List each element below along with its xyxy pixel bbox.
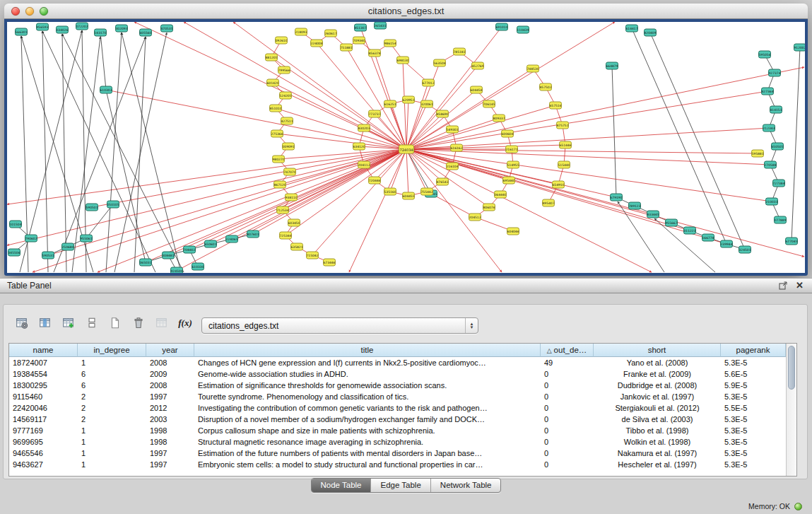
close-window-button[interactable] bbox=[11, 7, 20, 16]
cell-pagerank[interactable]: 5.3E-5 bbox=[721, 425, 786, 436]
cell-in-degree[interactable]: 2 bbox=[78, 402, 146, 414]
network-node[interactable]: 23084810 bbox=[162, 252, 175, 259]
network-node[interactable]: 16549103 bbox=[552, 181, 565, 189]
network-node[interactable]: 16055607 bbox=[139, 29, 152, 37]
network-node[interactable]: 26506014 bbox=[204, 240, 217, 248]
cell-out-de-[interactable]: 0 bbox=[541, 436, 594, 448]
cell-out-de-[interactable]: 0 bbox=[541, 414, 594, 425]
network-node[interactable]: 18204098 bbox=[644, 29, 657, 37]
network-node[interactable]: 19245001 bbox=[170, 267, 183, 274]
network-node[interactable]: 19381104 bbox=[285, 194, 298, 201]
network-node[interactable]: 19565934 bbox=[36, 23, 49, 31]
network-node[interactable]: 17150423 bbox=[306, 252, 319, 259]
network-node[interactable]: 18671207 bbox=[273, 181, 286, 189]
cell-short[interactable]: Dudbridge et al. (2008) bbox=[594, 380, 721, 391]
new-table-icon[interactable] bbox=[105, 313, 126, 333]
cell-title[interactable]: Embryonic stem cells: a model to study s… bbox=[194, 459, 541, 470]
table-row[interactable]: 1830029562008Estimation of significance … bbox=[9, 380, 796, 391]
network-node[interactable]: 16209513 bbox=[402, 96, 415, 104]
network-node[interactable]: 15958812 bbox=[751, 150, 764, 158]
cell-in-degree[interactable]: 6 bbox=[78, 380, 146, 391]
cell-title[interactable]: Disruption of a novel member of a sodium… bbox=[194, 414, 541, 425]
network-node[interactable]: 16505050 bbox=[771, 143, 784, 151]
cell-short[interactable]: Jankovic et al. (1997) bbox=[594, 391, 721, 402]
cell-year[interactable]: 1997 bbox=[146, 459, 194, 470]
delete-table-icon[interactable] bbox=[128, 313, 149, 333]
network-node[interactable]: 17554421 bbox=[420, 188, 433, 196]
network-node[interactable]: 22041125 bbox=[358, 161, 370, 169]
cell-title[interactable]: Tourette syndrome. Phenomenology and cla… bbox=[194, 391, 541, 402]
close-panel-icon[interactable]: ✕ bbox=[796, 281, 804, 291]
network-node[interactable]: 22606171 bbox=[324, 30, 337, 37]
network-node[interactable]: 20112233 bbox=[683, 227, 696, 235]
cell-year[interactable]: 2012 bbox=[146, 402, 194, 414]
cell-out-de-[interactable]: 0 bbox=[541, 391, 594, 402]
network-node[interactable]: 17470707 bbox=[283, 168, 296, 176]
cell-out-de-[interactable]: 0 bbox=[541, 459, 594, 470]
scrollbar-thumb[interactable] bbox=[788, 346, 795, 390]
network-node[interactable]: 22399440 bbox=[720, 240, 733, 248]
network-node[interactable]: 18093377 bbox=[493, 115, 505, 122]
network-node[interactable]: 23245012 bbox=[739, 246, 751, 254]
network-node[interactable]: 17995661 bbox=[278, 66, 290, 74]
cell-in-degree[interactable]: 6 bbox=[78, 368, 146, 380]
cell-in-degree[interactable]: 1 bbox=[78, 357, 146, 368]
cell-name[interactable]: 22420046 bbox=[9, 402, 78, 414]
network-node[interactable]: 23455060 bbox=[8, 249, 20, 257]
network-node[interactable]: 26103030 bbox=[100, 86, 112, 94]
network-node[interactable]: 15635082 bbox=[433, 59, 446, 67]
network-node[interactable]: 22180934 bbox=[295, 28, 307, 36]
network-hub-node[interactable]: 17240340 bbox=[399, 145, 414, 154]
network-node[interactable]: 18575025 bbox=[539, 83, 552, 91]
network-node[interactable]: 12100334 bbox=[765, 198, 778, 206]
table-row[interactable]: 2242004622012Investigating the contribut… bbox=[9, 402, 796, 414]
cell-out-de-[interactable]: 49 bbox=[541, 357, 594, 368]
network-node[interactable]: 16791900 bbox=[610, 194, 623, 201]
cell-name[interactable]: 19384554 bbox=[9, 368, 78, 380]
network-node[interactable]: 16006041 bbox=[501, 130, 514, 138]
cell-name[interactable]: 9465546 bbox=[9, 448, 78, 459]
network-node[interactable]: 16341203 bbox=[353, 143, 365, 151]
window-titlebar[interactable]: citations_edges.txt bbox=[4, 4, 808, 19]
network-node[interactable]: 16910105 bbox=[495, 23, 508, 31]
cell-pagerank[interactable]: 5.3E-5 bbox=[721, 414, 786, 425]
network-node[interactable]: 20501051 bbox=[107, 201, 119, 209]
row-tools-icon[interactable] bbox=[81, 313, 102, 333]
cell-name[interactable]: 9115460 bbox=[9, 391, 78, 402]
cell-in-degree[interactable]: 1 bbox=[78, 436, 146, 448]
cell-pagerank[interactable]: 5.3E-5 bbox=[721, 448, 786, 459]
memory-indicator[interactable] bbox=[794, 503, 802, 510]
cell-name[interactable]: 18724007 bbox=[9, 357, 78, 368]
network-node[interactable]: 16770451 bbox=[785, 238, 798, 245]
network-node[interactable]: 12753660 bbox=[271, 130, 283, 138]
network-node[interactable]: 23020937 bbox=[115, 25, 128, 33]
tab-node-table[interactable]: Node Table bbox=[312, 479, 371, 492]
network-node[interactable]: 10778899 bbox=[774, 216, 787, 224]
network-node[interactable]: 11015042 bbox=[9, 221, 22, 228]
network-node[interactable]: 18060760 bbox=[483, 204, 495, 211]
network-canvas[interactable]: 2566301719565934103402652072202711431705… bbox=[7, 22, 805, 273]
network-node[interactable]: 16981305 bbox=[396, 57, 409, 64]
cell-short[interactable]: Stergiakouli et al. (2012) bbox=[594, 402, 721, 414]
table-row[interactable]: 946362711997Embryonic stem cells: a mode… bbox=[9, 459, 796, 470]
cell-year[interactable]: 1998 bbox=[146, 425, 194, 436]
network-node[interactable]: 16575163 bbox=[549, 102, 562, 110]
network-node[interactable]: 15242053 bbox=[279, 92, 292, 100]
cell-in-degree[interactable]: 2 bbox=[78, 414, 146, 425]
network-node[interactable]: 12705881 bbox=[764, 161, 777, 169]
network-node[interactable]: 16040462 bbox=[507, 228, 519, 235]
network-node[interactable]: 18513076 bbox=[354, 24, 367, 32]
network-node[interactable]: 17737373 bbox=[368, 110, 381, 118]
network-node[interactable]: 11431705 bbox=[94, 29, 107, 37]
network-node[interactable]: 18765430 bbox=[436, 178, 449, 186]
zoom-window-button[interactable] bbox=[40, 7, 48, 16]
cell-title[interactable]: Changes of HCN gene expression and I(f) … bbox=[194, 357, 541, 368]
network-node[interactable]: 18812057 bbox=[265, 54, 278, 62]
cell-out-de-[interactable]: 0 bbox=[541, 368, 594, 380]
network-node[interactable]: 18302034 bbox=[358, 124, 370, 132]
table-row[interactable]: 1456911722003Disruption of a novel membe… bbox=[9, 414, 796, 425]
cell-out-de-[interactable]: 0 bbox=[541, 448, 594, 459]
network-node[interactable]: 19861545 bbox=[384, 40, 396, 47]
network-node[interactable]: 12506806 bbox=[61, 243, 74, 251]
cell-title[interactable]: Investigating the contribution of common… bbox=[194, 402, 541, 414]
